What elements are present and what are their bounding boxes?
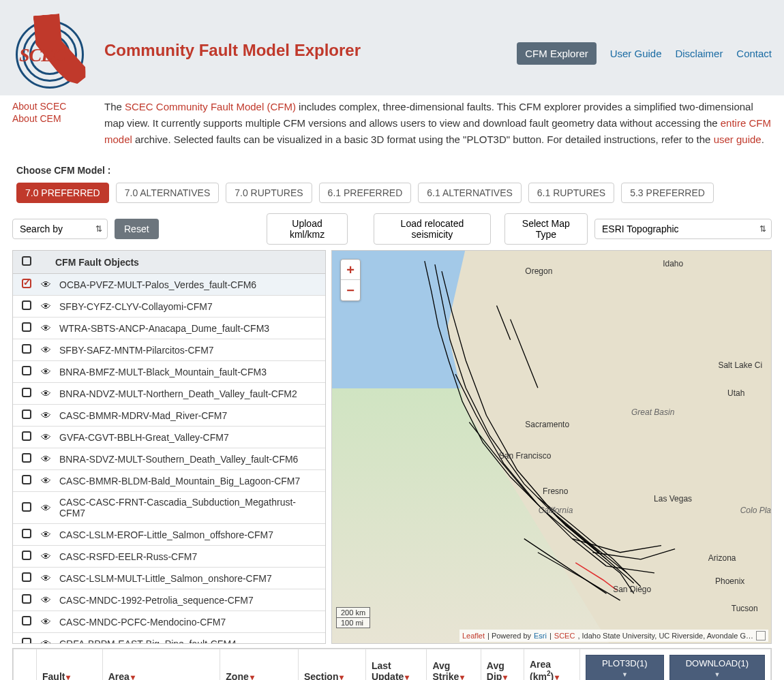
eye-icon[interactable]: 👁: [41, 529, 51, 540]
eye-icon[interactable]: 👁: [41, 366, 51, 377]
fault-list-row[interactable]: 👁CASC-LSLM-MULT-Little_Salmon_onshore-CF…: [13, 568, 325, 589]
eye-icon[interactable]: 👁: [41, 431, 51, 443]
fault-checkbox[interactable]: [22, 594, 31, 604]
eye-icon[interactable]: 👁: [41, 594, 51, 606]
search-by-select[interactable]: Search by: [12, 219, 108, 239]
model-option-5[interactable]: 6.1 RUPTURES: [528, 183, 614, 203]
eye-icon[interactable]: 👁: [41, 638, 51, 643]
fault-list-row[interactable]: 👁WTRA-SBTS-ANCP-Anacapa_Dume_fault-CFM3: [13, 318, 325, 339]
fault-name-label: SFBY-CYFZ-CLYV-Collayomi-CFM7: [55, 301, 321, 312]
eye-icon[interactable]: 👁: [41, 322, 51, 334]
fullscreen-icon[interactable]: [756, 631, 766, 640]
fault-list-row[interactable]: 👁OCBA-PVFZ-MULT-Palos_Verdes_fault-CFM6: [13, 274, 325, 296]
fault-checkbox[interactable]: [22, 453, 31, 463]
fault-list-row[interactable]: 👁CASC-RSFD-EELR-Russ-CFM7: [13, 546, 325, 568]
eye-icon[interactable]: 👁: [41, 300, 51, 312]
eye-icon[interactable]: 👁: [41, 475, 51, 486]
col-last-update[interactable]: Last Update▾: [365, 649, 426, 681]
fault-list-row[interactable]: 👁BNRA-SDVZ-MULT-Southern_Death_Valley_fa…: [13, 448, 325, 470]
map-state-california: California: [539, 506, 573, 515]
fault-checkbox[interactable]: [22, 551, 31, 560]
eye-icon[interactable]: 👁: [41, 616, 51, 628]
fault-list-row[interactable]: 👁BNRA-NDVZ-MULT-Northern_Death_Valley_fa…: [13, 383, 325, 405]
map-basemap-select[interactable]: ESRI Topographic: [594, 219, 772, 239]
fault-name-label: CASC-MNDC-PCFC-Mendocino-CFM7: [55, 617, 321, 628]
page-title: Community Fault Model Explorer: [104, 41, 506, 60]
fault-checkbox[interactable]: [22, 300, 31, 310]
fault-name-label: CASC-CASC-FRNT-Cascadia_Subduction_Megat…: [55, 497, 321, 519]
col-section[interactable]: Section▾: [298, 649, 365, 681]
cfm-link[interactable]: SCEC Community Fault Model (CFM): [125, 101, 296, 112]
col-area-km2[interactable]: Area (km2)▾: [524, 649, 579, 681]
fault-checkbox[interactable]: [22, 431, 31, 441]
fault-checkbox[interactable]: [22, 638, 31, 643]
nav-disclaimer[interactable]: Disclaimer: [675, 48, 723, 59]
zoom-out-button[interactable]: −: [341, 280, 360, 300]
col-avg-strike[interactable]: Avg Strike▾: [427, 649, 481, 681]
model-option-3[interactable]: 6.1 PREFERRED: [319, 183, 412, 203]
model-option-2[interactable]: 7.0 RUPTURES: [226, 183, 312, 203]
col-fault[interactable]: Fault▾: [37, 649, 103, 681]
eye-icon[interactable]: 👁: [41, 344, 51, 356]
fault-checkbox[interactable]: [22, 409, 31, 419]
fault-checkbox[interactable]: [22, 502, 31, 512]
select-map-type-button[interactable]: Select Map Type: [504, 213, 588, 245]
select-all-checkbox[interactable]: [22, 256, 31, 266]
fault-list-row[interactable]: 👁CASC-CASC-FRNT-Cascadia_Subduction_Mega…: [13, 492, 325, 524]
user-guide-link[interactable]: user guide: [714, 134, 762, 145]
map-state-arizona: Arizona: [708, 553, 736, 563]
nav-contact[interactable]: Contact: [736, 48, 772, 59]
eye-icon[interactable]: 👁: [41, 572, 51, 584]
eye-icon[interactable]: 👁: [41, 409, 51, 421]
zoom-in-button[interactable]: +: [341, 260, 360, 280]
about-cem-link[interactable]: About CEM: [12, 113, 104, 124]
plot3d-button[interactable]: PLOT3D(1): [586, 655, 664, 680]
fault-list-row[interactable]: 👁GVFA-CGVT-BBLH-Great_Valley-CFM7: [13, 427, 325, 448]
fault-list-row[interactable]: 👁CASC-BMMR-BLDM-Bald_Mountain_Big_Lagoon…: [13, 470, 325, 492]
fault-checkbox[interactable]: [22, 475, 31, 484]
leaflet-link[interactable]: Leaflet: [462, 632, 485, 640]
fault-list-row[interactable]: 👁SFBY-SAFZ-MNTM-Pilarcitos-CFM7: [13, 339, 325, 361]
fault-checkbox[interactable]: [22, 616, 31, 625]
fault-checkbox[interactable]: [22, 279, 31, 288]
upload-kml-button[interactable]: Upload kml/kmz: [267, 213, 347, 245]
reset-button[interactable]: Reset: [115, 219, 159, 239]
eye-icon[interactable]: 👁: [41, 551, 51, 562]
fault-list-row[interactable]: 👁BNRA-BMFZ-MULT-Black_Mountain_fault-CFM…: [13, 361, 325, 383]
load-seismicity-button[interactable]: Load relocated seismicity: [374, 213, 491, 245]
scec-link[interactable]: SCEC: [554, 632, 575, 640]
fault-name-label: OCBA-PVFZ-MULT-Palos_Verdes_fault-CFM6: [55, 279, 321, 290]
fault-checkbox[interactable]: [22, 572, 31, 582]
eye-icon[interactable]: 👁: [41, 502, 51, 514]
nav-cfm-explorer[interactable]: CFM Explorer: [517, 42, 597, 65]
eye-icon[interactable]: 👁: [41, 388, 51, 399]
fault-name-label: BNRA-BMFZ-MULT-Black_Mountain_fault-CFM3: [55, 367, 321, 377]
model-option-0[interactable]: 7.0 PREFERRED: [16, 183, 109, 203]
fault-list-row[interactable]: 👁CASC-BMMR-MDRV-Mad_River-CFM7: [13, 405, 325, 427]
fault-checkbox[interactable]: [22, 388, 31, 397]
fault-checkbox[interactable]: [22, 344, 31, 354]
fault-checkbox[interactable]: [22, 366, 31, 375]
col-area[interactable]: Area▾: [102, 649, 220, 681]
fault-list-row[interactable]: 👁SFBY-CYFZ-CLYV-Collayomi-CFM7: [13, 296, 325, 318]
model-option-1[interactable]: 7.0 ALTERNATIVES: [116, 183, 220, 203]
fault-checkbox[interactable]: [22, 529, 31, 538]
fault-list-row[interactable]: 👁CASC-LSLM-EROF-Little_Salmon_offshore-C…: [13, 524, 325, 546]
about-scec-link[interactable]: About SCEC: [12, 101, 104, 112]
col-avg-dip[interactable]: Avg Dip▾: [481, 649, 524, 681]
map-label-greatbasin: Great Basin: [631, 407, 674, 417]
fault-checkbox[interactable]: [22, 322, 31, 332]
fault-list-row[interactable]: 👁CRFA-BPPM-EAST-Big_Pine_fault-CFM4: [13, 633, 325, 643]
fault-list-row[interactable]: 👁CASC-MNDC-PCFC-Mendocino-CFM7: [13, 611, 325, 633]
download-button[interactable]: DOWNLOAD(1): [669, 655, 765, 680]
model-option-6[interactable]: 5.3 PREFERRED: [621, 183, 714, 203]
col-zone[interactable]: Zone▾: [220, 649, 299, 681]
nav-user-guide[interactable]: User Guide: [610, 48, 662, 59]
esri-link[interactable]: Esri: [534, 632, 547, 640]
fault-list-row[interactable]: 👁CASC-MNDC-1992-Petrolia_sequence-CFM7: [13, 589, 325, 611]
eye-icon[interactable]: 👁: [41, 453, 51, 465]
fault-name-label: CASC-LSLM-EROF-Little_Salmon_offshore-CF…: [55, 529, 321, 540]
eye-icon[interactable]: 👁: [41, 279, 51, 290]
model-option-4[interactable]: 6.1 ALTERNATIVES: [418, 183, 522, 203]
map-viewport[interactable]: Oregon Idaho Utah Salt Lake Ci Great Bas…: [331, 250, 772, 644]
